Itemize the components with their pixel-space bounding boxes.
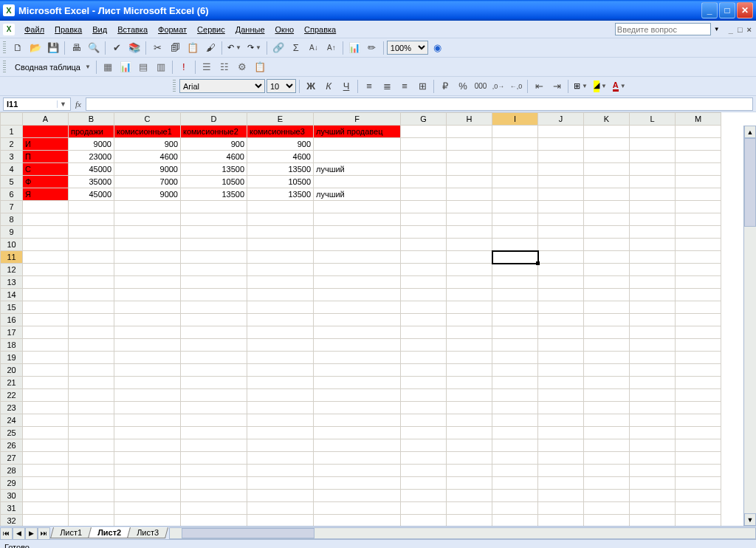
cell-E8[interactable] [247,213,314,226]
cell-A32[interactable] [23,515,69,527]
cell-F26[interactable] [314,439,401,452]
cell-F24[interactable] [314,414,401,427]
row-header-28[interactable]: 28 [1,465,23,477]
question-input[interactable] [615,23,711,35]
pivot-refresh-icon[interactable]: ! [176,59,192,75]
cell-A8[interactable] [23,213,69,226]
cut-icon[interactable]: ✂ [149,40,165,56]
cell-G15[interactable] [401,301,447,314]
cell-A5[interactable]: Ф [23,176,69,188]
cell-B4[interactable]: 45000 [69,163,114,176]
cell-F16[interactable] [314,314,401,326]
row-header-16[interactable]: 16 [1,314,23,326]
cell-L20[interactable] [630,364,676,377]
menu-help[interactable]: Справка [299,24,341,35]
cell-M14[interactable] [676,289,721,301]
currency-icon[interactable]: ₽ [437,78,453,95]
cell-I31[interactable] [492,502,538,515]
cell-D5[interactable]: 10500 [181,176,247,188]
cell-G32[interactable] [401,515,447,527]
cell-M22[interactable] [676,389,721,402]
cell-J19[interactable] [538,352,584,364]
cell-I13[interactable] [492,276,538,289]
cell-B20[interactable] [69,364,114,377]
cell-H26[interactable] [447,439,492,452]
cell-K7[interactable] [584,201,630,213]
cell-F28[interactable] [314,465,401,477]
cell-K1[interactable] [584,126,630,138]
cell-L4[interactable] [630,163,676,176]
row-header-9[interactable]: 9 [1,226,23,239]
menu-data[interactable]: Данные [230,24,270,35]
cell-B21[interactable] [69,377,114,389]
cell-F17[interactable] [314,326,401,339]
cell-F3[interactable] [314,151,401,163]
cell-I19[interactable] [492,352,538,364]
cell-K16[interactable] [584,314,630,326]
cell-A1[interactable] [23,126,69,138]
close-button[interactable]: ✕ [737,2,753,18]
row-header-10[interactable]: 10 [1,239,23,251]
cell-K32[interactable] [584,515,630,527]
save-icon[interactable]: 💾 [45,40,61,56]
cell-A2[interactable]: И [23,138,69,151]
doc-minimize-button[interactable]: _ [727,25,735,34]
increase-decimal-icon[interactable]: ,0→ [490,78,506,95]
pivot-field-list-icon[interactable]: 📋 [252,59,268,75]
maximize-button[interactable]: □ [719,2,735,18]
cell-B11[interactable] [69,251,114,264]
cell-K21[interactable] [584,377,630,389]
cell-F20[interactable] [314,364,401,377]
menu-format[interactable]: Формат [153,24,192,35]
cell-A10[interactable] [23,239,69,251]
cell-G16[interactable] [401,314,447,326]
cell-L30[interactable] [630,490,676,502]
cell-C29[interactable] [114,477,181,490]
cell-A22[interactable] [23,389,69,402]
cell-G4[interactable] [401,163,447,176]
row-header-1[interactable]: 1 [1,126,23,138]
cell-F21[interactable] [314,377,401,389]
cell-K11[interactable] [584,251,630,264]
cell-F1[interactable]: лучший продавец [314,126,401,138]
cell-J3[interactable] [538,151,584,163]
cell-C15[interactable] [114,301,181,314]
cell-I15[interactable] [492,301,538,314]
borders-button[interactable]: ⊞▼ [571,78,590,95]
cell-K4[interactable] [584,163,630,176]
cell-K12[interactable] [584,264,630,276]
cell-G13[interactable] [401,276,447,289]
cell-K5[interactable] [584,176,630,188]
toolbar-grip[interactable] [3,41,6,55]
cell-J27[interactable] [538,452,584,465]
cell-B12[interactable] [69,264,114,276]
cell-H20[interactable] [447,364,492,377]
cell-H15[interactable] [447,301,492,314]
cell-B10[interactable] [69,239,114,251]
cell-L6[interactable] [630,188,676,201]
select-all-corner[interactable] [1,113,23,126]
cell-M18[interactable] [676,339,721,352]
cell-A13[interactable] [23,276,69,289]
increase-indent-icon[interactable]: ⇥ [549,78,565,95]
sort-asc-icon[interactable]: A↓ [306,40,322,56]
horizontal-scrollbar[interactable] [169,527,756,539]
cell-F19[interactable] [314,352,401,364]
cell-H9[interactable] [447,226,492,239]
cell-C11[interactable] [114,251,181,264]
cell-F5[interactable] [314,176,401,188]
cell-C3[interactable]: 4600 [114,151,181,163]
cell-L17[interactable] [630,326,676,339]
cell-G21[interactable] [401,377,447,389]
cell-D30[interactable] [181,490,247,502]
cell-K13[interactable] [584,276,630,289]
cell-C21[interactable] [114,377,181,389]
cell-D4[interactable]: 13500 [181,163,247,176]
print-preview-icon[interactable]: 🔍 [86,40,102,56]
cell-E2[interactable]: 900 [247,138,314,151]
cell-M21[interactable] [676,377,721,389]
vertical-scrollbar[interactable]: ▲ ▼ [743,126,756,526]
align-left-icon[interactable]: ≡ [361,78,377,95]
cell-J9[interactable] [538,226,584,239]
cell-G26[interactable] [401,439,447,452]
